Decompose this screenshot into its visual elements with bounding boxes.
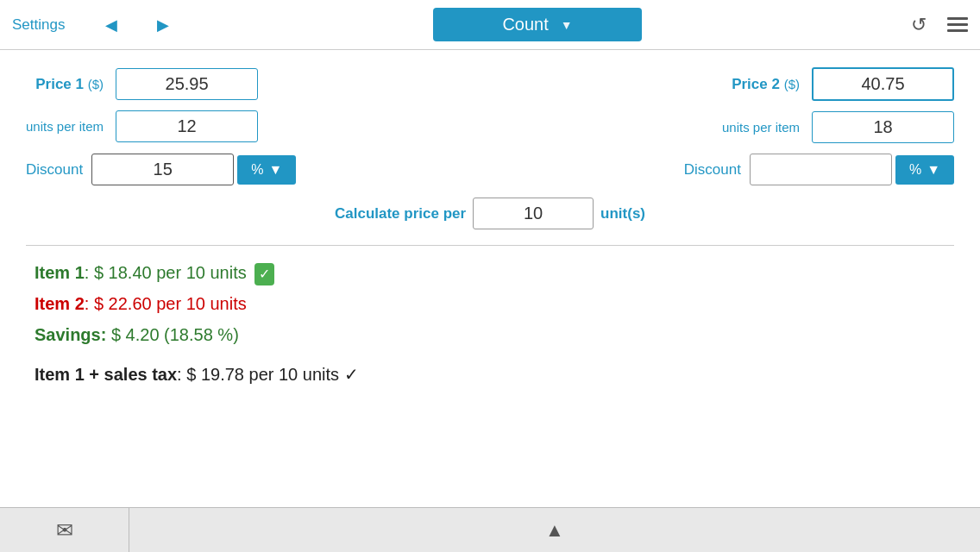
left-nav: Settings ◀ ▶ [12, 12, 176, 38]
calc-unit: unit(s) [600, 205, 645, 223]
units2-row: units per item [722, 111, 954, 143]
discount2-label: Discount [684, 161, 741, 179]
undo-icon: ↺ [911, 14, 927, 36]
count-dropdown-button[interactable]: Count ▼ [433, 8, 641, 41]
item1-result-text: : $ 18.40 per 10 units [85, 263, 247, 282]
units1-label: units per item [26, 119, 104, 134]
price2-input[interactable] [812, 67, 954, 101]
nav-arrows: ◀ ▶ [98, 12, 176, 38]
right-column: Price 2 ($) units per item [722, 67, 954, 143]
item1-check-icon: ✓ [254, 263, 274, 285]
price1-input[interactable] [116, 68, 258, 100]
discount2-input[interactable] [750, 154, 892, 185]
discount-section: Discount % ▼ Discount % ▼ [26, 154, 954, 185]
results-divider [26, 245, 954, 246]
item2-result-text: : $ 22.60 per 10 units [85, 294, 247, 313]
price2-row: Price 2 ($) [722, 67, 954, 101]
units2-label: units per item [722, 120, 800, 135]
discount1-percent-button[interactable]: % ▼ [237, 155, 296, 185]
price1-unit: ($) [88, 77, 104, 91]
results-section: Item 1: $ 18.40 per 10 units ✓ Item 2: $… [26, 260, 954, 387]
right-nav: ↺ [899, 10, 968, 40]
discount1-dropdown-arrow: ▼ [268, 162, 282, 178]
calc-label: Calculate price per [335, 205, 466, 223]
count-label: Count [502, 15, 548, 34]
price2-label: Price 2 ($) [732, 76, 800, 93]
price1-row: Price 1 ($) [26, 68, 258, 100]
back-arrow-button[interactable]: ◀ [98, 12, 124, 38]
item2-result: Item 2: $ 22.60 per 10 units [35, 291, 945, 317]
units1-input[interactable] [116, 110, 258, 142]
tax-text: : $ 19.78 per 10 units ✓ [177, 365, 358, 384]
undo-button[interactable]: ↺ [908, 10, 930, 40]
menu-line2 [947, 23, 968, 26]
bottom-bar: ✉ ▲ [0, 507, 980, 552]
price2-label-text: Price 2 [732, 76, 780, 92]
units2-input[interactable] [812, 111, 954, 143]
main-content: Price 1 ($) units per item Price 2 ($) u… [0, 50, 980, 401]
savings-result: Savings: $ 4.20 (18.58 %) [35, 322, 945, 348]
calculate-row: Calculate price per unit(s) [26, 198, 954, 229]
settings-label[interactable]: Settings [12, 16, 90, 34]
up-arrow-icon[interactable]: ▲ [545, 519, 564, 542]
savings-text: $ 4.20 (18.58 %) [106, 325, 238, 344]
top-bar: Settings ◀ ▶ Count ▼ ↺ [0, 0, 980, 50]
discount2-dropdown-arrow: ▼ [927, 162, 940, 178]
menu-line3 [947, 29, 968, 32]
bottom-center: ▲ [129, 519, 980, 542]
menu-line1 [947, 17, 968, 20]
price-units-section: Price 1 ($) units per item Price 2 ($) u… [26, 67, 954, 143]
forward-arrow-button[interactable]: ▶ [150, 12, 176, 38]
discount2-percent-label: % [909, 162, 921, 178]
count-dropdown-arrow: ▼ [561, 18, 573, 32]
item2-result-label: Item 2 [35, 294, 85, 313]
discount1-group: Discount % ▼ [26, 154, 296, 185]
discount1-percent-label: % [251, 162, 263, 178]
item1-result-label: Item 1 [35, 263, 85, 282]
discount2-group: Discount % ▼ [684, 154, 954, 185]
mail-button[interactable]: ✉ [0, 508, 129, 553]
mail-icon: ✉ [56, 518, 73, 543]
discount1-input[interactable] [91, 154, 234, 185]
tax-result: Item 1 + sales tax: $ 19.78 per 10 units… [35, 361, 945, 387]
units1-row: units per item [26, 110, 258, 142]
menu-button[interactable] [947, 17, 968, 32]
calc-input[interactable] [473, 198, 594, 229]
discount2-percent-button[interactable]: % ▼ [895, 155, 954, 185]
item1-result: Item 1: $ 18.40 per 10 units ✓ [35, 260, 945, 285]
discount1-label: Discount [26, 161, 83, 179]
price1-label-text: Price 1 [35, 76, 84, 92]
price2-unit: ($) [784, 77, 800, 91]
tax-label: Item 1 + sales tax [35, 365, 177, 384]
center-nav: Count ▼ [176, 8, 899, 41]
savings-label: Savings: [35, 325, 106, 344]
left-column: Price 1 ($) units per item [26, 68, 258, 142]
price1-label: Price 1 ($) [35, 76, 104, 93]
